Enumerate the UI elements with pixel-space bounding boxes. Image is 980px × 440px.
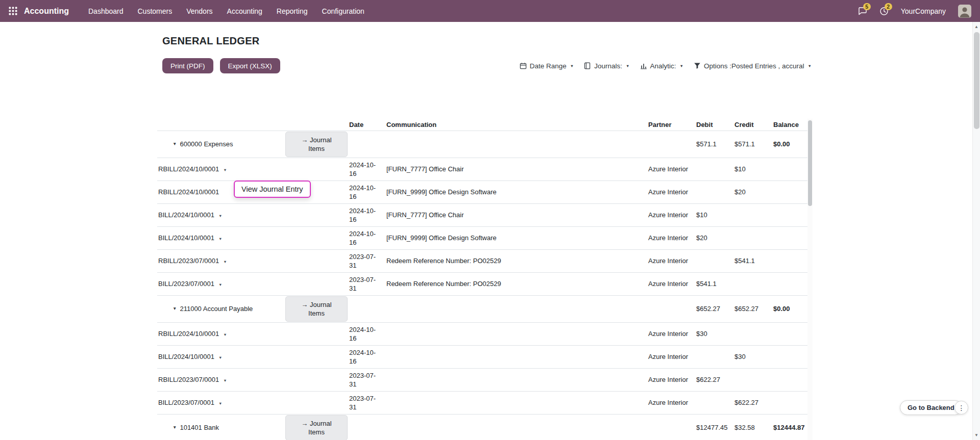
entry-partner: Azure Interior — [647, 187, 695, 197]
nav-menu-item-dashboard[interactable]: Dashboard — [82, 4, 130, 18]
journal-entry-row: RBILL/2024/10/0001▼2024-10-16[FURN_7777]… — [157, 158, 807, 181]
view-journal-entry-option[interactable]: View Journal Entry — [234, 180, 311, 198]
nav-menu-item-vendors[interactable]: Vendors — [180, 4, 218, 18]
journal-entry-code: BILL/2023/07/0001 — [158, 399, 214, 406]
app-name[interactable]: Accounting — [24, 7, 69, 16]
account-group-toggle[interactable]: ▼101401 Bank — [157, 422, 285, 433]
group-credit: $652.27 — [733, 303, 772, 314]
entry-date: 2024-10-16 — [348, 183, 385, 202]
entry-credit: $10 — [733, 164, 772, 174]
entry-actions-toggle[interactable]: ▼ — [218, 237, 222, 241]
page-scrollbar-thumb[interactable] — [974, 32, 979, 129]
journal-items-label: Journal Items — [308, 420, 332, 436]
entry-communication: [FURN_9999] Office Design Software — [385, 232, 647, 243]
scroll-down-icon[interactable]: ▼ — [973, 433, 980, 437]
journal-entry-row: BILL/2024/10/0001▼2024-10-16[FURN_7777] … — [157, 204, 807, 227]
calendar-icon — [520, 62, 527, 69]
entry-actions-toggle[interactable]: ▼ — [218, 282, 222, 287]
entry-communication: [FURN_9999] Office Design Software — [385, 187, 647, 197]
print-pdf-button[interactable]: Print (PDF) — [162, 58, 213, 73]
entry-debit — [695, 356, 733, 358]
page-scrollbar[interactable]: ▲ ▼ — [972, 22, 980, 440]
group-debit: $652.27 — [695, 303, 733, 314]
navbar-systray: 5 2 YourCompany — [858, 5, 971, 18]
entry-date: 2024-10-16 — [348, 228, 385, 248]
nav-menu-item-configuration[interactable]: Configuration — [316, 4, 371, 18]
nav-menu: DashboardCustomersVendorsAccountingRepor… — [82, 4, 371, 18]
journal-items-button[interactable]: → Journal Items — [285, 296, 348, 322]
table-scrollbar[interactable] — [807, 119, 813, 440]
entry-debit: $20 — [695, 232, 733, 243]
group-balance: $12444.87 — [772, 422, 807, 433]
entry-partner: Azure Interior — [647, 255, 695, 266]
entry-communication — [385, 356, 647, 358]
journal-entry-row: BILL/2023/07/0001▼2023-07-31Redeem Refer… — [157, 273, 807, 296]
journals-filter[interactable]: Journals: ▼ — [584, 62, 629, 70]
entry-debit — [695, 168, 733, 170]
entry-debit: $622.27 — [695, 374, 733, 385]
entry-actions-toggle[interactable]: ▼ — [223, 260, 227, 264]
analytic-filter[interactable]: Analytic: ▼ — [640, 62, 683, 70]
entry-credit — [733, 237, 772, 239]
journal-entry-row: BILL/2024/10/0001▼2024-10-16[FURN_9999] … — [157, 227, 807, 250]
entry-actions-toggle[interactable]: ▼ — [223, 168, 227, 172]
account-name: 101401 Bank — [180, 423, 219, 432]
entry-date: 2024-10-16 — [348, 324, 385, 344]
entry-partner: Azure Interior — [647, 278, 695, 289]
journal-items-button[interactable]: → Journal Items — [285, 415, 348, 440]
user-avatar[interactable] — [958, 5, 971, 18]
group-balance: $0.00 — [772, 139, 807, 149]
entry-actions-toggle[interactable]: ▼ — [218, 401, 222, 406]
caret-down-icon: ▼ — [173, 306, 177, 312]
col-header-balance: Balance — [772, 119, 807, 130]
arrow-right-icon: → — [301, 136, 308, 144]
account-group-row: ▼101401 Bank→ Journal Items$12477.45$32.… — [157, 415, 807, 440]
chevron-down-icon: ▼ — [808, 64, 812, 68]
options-label: Options :Posted Entries , accural — [704, 62, 804, 70]
entry-date: 2024-10-16 — [348, 160, 385, 179]
date-range-label: Date Range — [530, 62, 567, 70]
entry-partner: Azure Interior — [647, 328, 695, 339]
activities-icon[interactable]: 2 — [879, 7, 889, 16]
date-range-filter[interactable]: Date Range ▼ — [520, 62, 574, 70]
account-group-toggle[interactable]: ▼600000 Expenses — [157, 139, 285, 149]
company-name[interactable]: YourCompany — [901, 7, 946, 15]
entry-partner: Azure Interior — [647, 374, 695, 385]
kebab-menu-icon[interactable]: ⋮ — [954, 401, 968, 415]
entry-communication — [385, 333, 647, 335]
journal-items-button[interactable]: → Journal Items — [285, 132, 348, 157]
journal-entry-code: BILL/2024/10/0001 — [158, 211, 214, 219]
table-header-row: Date Communication Partner Debit Credit … — [157, 119, 807, 131]
col-header-credit: Credit — [733, 119, 772, 130]
messages-badge: 5 — [863, 3, 871, 11]
nav-menu-item-reporting[interactable]: Reporting — [271, 4, 314, 18]
entry-actions-toggle[interactable]: ▼ — [218, 214, 222, 218]
options-filter[interactable]: Options :Posted Entries , accural ▼ — [694, 62, 812, 70]
scroll-up-icon[interactable]: ▲ — [973, 24, 980, 29]
entry-credit: $20 — [733, 187, 772, 197]
apps-grid-icon[interactable] — [9, 7, 17, 15]
arrow-right-icon: → — [301, 420, 308, 427]
book-icon — [584, 62, 591, 69]
entry-actions-toggle[interactable]: ▼ — [223, 332, 227, 337]
journal-items-label: Journal Items — [308, 301, 332, 317]
entry-debit — [695, 260, 733, 262]
journal-entry-code: RBILL/2023/07/0001 — [158, 257, 219, 265]
journal-entry-row: BILL/2024/10/0001▼2024-10-16Azure Interi… — [157, 346, 807, 369]
export-xlsx-button[interactable]: Export (XLSX) — [220, 58, 280, 73]
entry-actions-toggle[interactable]: ▼ — [218, 355, 222, 360]
group-balance: $0.00 — [772, 303, 807, 314]
entry-date: 2024-10-16 — [348, 347, 385, 367]
journal-entry-row: BILL/2023/07/0001▼2023-07-31Azure Interi… — [157, 392, 807, 415]
entry-debit: $541.1 — [695, 278, 733, 289]
account-group-toggle[interactable]: ▼211000 Account Payable — [157, 303, 285, 314]
nav-menu-item-customers[interactable]: Customers — [132, 4, 179, 18]
nav-menu-item-accounting[interactable]: Accounting — [221, 4, 268, 18]
entry-credit — [733, 333, 772, 335]
messages-icon[interactable]: 5 — [858, 7, 867, 16]
entry-actions-toggle[interactable]: ▼ — [223, 378, 227, 383]
table-scrollbar-thumb[interactable] — [808, 120, 812, 206]
entry-communication: [FURN_7777] Office Chair — [385, 164, 647, 174]
go-to-backend-button[interactable]: Go to Backend — [900, 400, 962, 415]
journal-entry-row: RBILL/2023/07/0001▼2023-07-31Azure Inter… — [157, 369, 807, 392]
